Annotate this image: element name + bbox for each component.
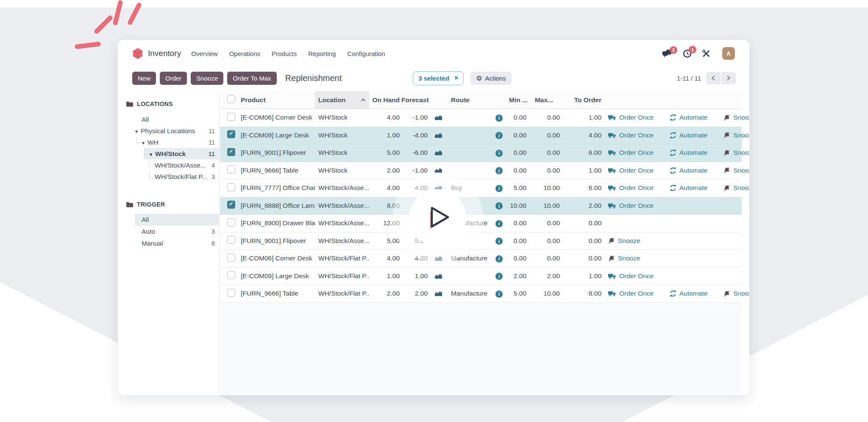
column-max[interactable]: Max... <box>528 96 562 104</box>
automate-button[interactable]: Automate <box>670 290 707 297</box>
menu-overview[interactable]: Overview <box>191 50 218 57</box>
table-row[interactable]: [FURN_7777] Office Chair WH/Stock/Asse..… <box>220 179 742 197</box>
info-icon[interactable]: i <box>495 115 503 122</box>
refresh-icon <box>670 167 676 174</box>
row-checkbox[interactable] <box>227 113 235 121</box>
info-icon[interactable]: i <box>495 167 503 174</box>
sidebar-item-trigger-all[interactable]: All <box>135 214 219 226</box>
row-checkbox[interactable] <box>227 165 235 173</box>
row-checkbox[interactable] <box>227 148 235 156</box>
column-product[interactable]: Product <box>239 96 315 104</box>
sidebar-item-wh-stock-flat[interactable]: WH/Stock/Flat P... 3 <box>149 171 219 182</box>
order-once-button[interactable]: Order Once <box>608 114 654 121</box>
snooze-button[interactable]: Snooze <box>608 237 640 245</box>
column-on-hand[interactable]: On Hand <box>369 96 401 104</box>
order-once-button[interactable]: Order Once <box>608 290 654 297</box>
order-to-max-button[interactable]: Order To Max <box>227 72 277 85</box>
automate-button[interactable]: Automate <box>670 167 707 174</box>
automate-button[interactable]: Automate <box>670 114 707 121</box>
info-icon[interactable]: i <box>495 291 503 298</box>
table-row[interactable]: [FURN_9666] Table WH/Stock/Flat P... 2.0… <box>220 285 742 303</box>
table-row[interactable]: [FURN_9001] Flipover WH/Stock 5.00 -6.00… <box>220 144 742 162</box>
activities-clock-icon[interactable]: 1 <box>683 49 692 58</box>
menu-reporting[interactable]: Reporting <box>308 50 336 57</box>
row-checkbox[interactable] <box>227 218 235 226</box>
sidebar-item-wh-stock-asse[interactable]: WH/Stock/Asse... 4 <box>149 159 219 171</box>
snooze-button[interactable]: Snooze <box>723 184 749 192</box>
row-checkbox[interactable] <box>227 183 235 191</box>
sidebar-item-physical-locations[interactable]: Physical Locations 11 <box>135 125 219 137</box>
tools-icon[interactable] <box>702 49 710 58</box>
row-checkbox[interactable] <box>227 289 235 297</box>
pager-next-button[interactable] <box>721 72 736 84</box>
order-once-button[interactable]: Order Once <box>608 167 654 174</box>
row-checkbox[interactable] <box>227 271 235 279</box>
row-checkbox[interactable] <box>227 130 235 138</box>
automate-button[interactable]: Automate <box>670 149 707 157</box>
table-row[interactable]: [E-COM09] Large Desk WH/Stock/Flat P... … <box>220 268 742 285</box>
order-once-button[interactable]: Order Once <box>608 149 654 157</box>
sidebar-item-wh[interactable]: WH 11 <box>135 137 219 148</box>
table-row[interactable]: [E-COM06] Corner Desk ... WH/Stock 4.00 … <box>220 109 742 127</box>
table-row[interactable]: [E-COM09] Large Desk WH/Stock 1.00 -4.00… <box>220 127 742 145</box>
automate-button[interactable]: Automate <box>670 131 707 139</box>
info-icon[interactable]: i <box>495 202 503 210</box>
row-checkbox[interactable] <box>227 236 235 244</box>
order-button[interactable]: Order <box>160 72 187 85</box>
table-row[interactable]: [E-COM06] Corner Desk ... WH/Stock/Flat … <box>220 250 742 268</box>
sidebar-item-trigger-auto[interactable]: Auto 3 <box>135 226 219 238</box>
new-button[interactable]: New <box>132 72 156 85</box>
info-icon[interactable]: i <box>495 185 503 192</box>
sidebar-item-locations-all[interactable]: All <box>135 114 219 125</box>
forecast-chart-icon[interactable] <box>435 133 442 138</box>
info-icon[interactable]: i <box>495 238 503 245</box>
order-once-button[interactable]: Order Once <box>608 202 654 210</box>
sidebar-item-wh-stock[interactable]: WH/Stock 11 <box>144 148 219 159</box>
forecast-chart-icon[interactable] <box>435 291 442 296</box>
menu-configuration[interactable]: Configuration <box>347 50 385 57</box>
row-checkbox[interactable] <box>227 201 235 209</box>
truck-icon <box>608 132 616 138</box>
snooze-button[interactable]: Snooze <box>723 167 749 174</box>
column-forecast[interactable]: Forecast <box>401 96 429 104</box>
menu-products[interactable]: Products <box>272 50 297 57</box>
menu-operations[interactable]: Operations <box>229 50 260 57</box>
automate-button[interactable]: Automate <box>670 184 707 192</box>
info-icon[interactable]: i <box>495 132 503 139</box>
info-icon[interactable]: i <box>495 150 503 157</box>
actions-button[interactable]: Actions <box>470 72 512 85</box>
column-to-order[interactable]: To Order <box>562 96 603 104</box>
column-location[interactable]: Location <box>315 91 369 109</box>
pager-range[interactable]: 1-11 / 11 <box>677 75 701 82</box>
snooze-button[interactable]: Snooze <box>723 149 749 157</box>
order-once-button[interactable]: Order Once <box>608 272 654 280</box>
info-icon[interactable]: i <box>495 255 503 263</box>
snooze-button[interactable]: Snooze <box>723 131 749 139</box>
snooze-button[interactable]: Snooze <box>723 114 749 121</box>
info-icon[interactable]: i <box>495 220 503 227</box>
on-hand-cell: 4.00 <box>369 184 401 192</box>
pager-previous-button[interactable] <box>706 72 721 84</box>
sidebar-item-trigger-manual[interactable]: Manual 8 <box>135 238 219 249</box>
snooze-button[interactable]: Snooze <box>608 254 640 262</box>
table-row[interactable]: [FURN_9666] Table WH/Stock 2.00 -1.00 i … <box>220 162 742 180</box>
avatar[interactable]: A <box>722 47 735 60</box>
play-icon[interactable] <box>427 205 451 230</box>
snooze-button[interactable]: Snooze <box>723 290 749 297</box>
info-icon[interactable]: i <box>495 273 503 280</box>
messages-icon[interactable]: 2 <box>662 50 673 58</box>
table-row[interactable]: [FURN_9001] Flipover WH/Stock/Asse... 5.… <box>220 232 742 250</box>
app-brand[interactable]: Inventory <box>132 48 181 59</box>
selection-badge[interactable]: 3 selected × <box>413 71 464 85</box>
snooze-button-top[interactable]: Snooze <box>191 72 223 85</box>
forecast-chart-icon[interactable] <box>435 150 442 155</box>
column-min[interactable]: Min ... <box>507 96 528 104</box>
order-once-button[interactable]: Order Once <box>608 184 654 192</box>
select-all-checkbox[interactable] <box>227 95 235 103</box>
forecast-chart-icon[interactable] <box>435 115 442 120</box>
order-once-button[interactable]: Order Once <box>608 131 654 139</box>
clear-selection-icon[interactable]: × <box>454 75 458 81</box>
forecast-chart-icon[interactable] <box>435 274 442 279</box>
row-checkbox[interactable] <box>227 254 235 262</box>
column-route[interactable]: Route <box>447 96 495 104</box>
